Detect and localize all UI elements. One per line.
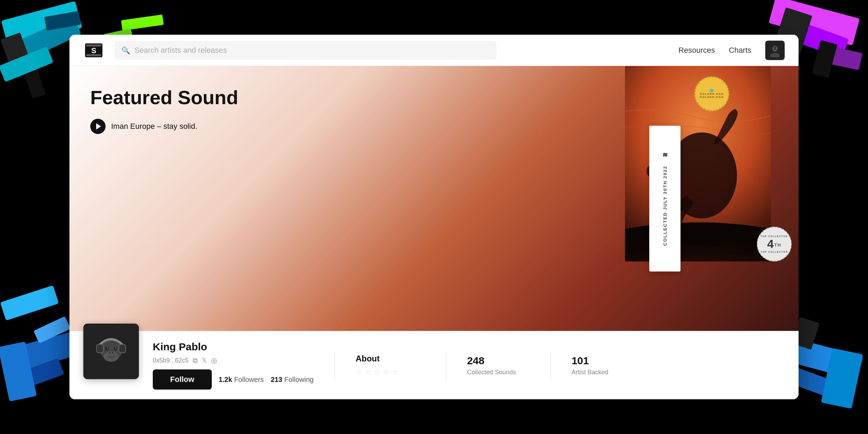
followers-count: 1.2k xyxy=(219,376,232,383)
play-button[interactable] xyxy=(90,119,106,134)
star-1: ☆ xyxy=(356,368,362,377)
svg-point-9 xyxy=(776,48,777,49)
search-bar[interactable]: 🔍 xyxy=(115,41,496,60)
followers-word: Followers xyxy=(234,376,264,383)
profile-bar: King Pablo 0x5b9...62c5 ⧉ 𝕏 ◎ Follow 1.2… xyxy=(69,331,799,399)
hero-text-area: Featured Sound Iman Europe – stay solid. xyxy=(69,66,259,331)
star-5: ☆ xyxy=(392,368,399,377)
vinyl-card-area: ≋ COLLECTED JULY 30TH 2022 xyxy=(649,66,681,331)
about-label: About xyxy=(356,354,425,364)
profile-info: King Pablo 0x5b9...62c5 ⧉ 𝕏 ◎ Follow 1.2… xyxy=(153,341,314,390)
followers-display: 1.2k Followers xyxy=(219,376,264,384)
play-row: Iman Europe – stay solid. xyxy=(90,119,238,134)
vinyl-card: ≋ COLLECTED JULY 30TH 2022 xyxy=(649,126,681,272)
collected-sounds-label: Collected Sounds xyxy=(467,369,529,376)
top-collector-badge: TOP COLLECTOR 4th TOP COLLECTOR xyxy=(757,227,792,261)
svg-point-23 xyxy=(115,348,116,349)
copy-icon[interactable]: ⧉ xyxy=(193,357,198,365)
svg-point-11 xyxy=(625,222,771,261)
svg-point-26 xyxy=(112,352,114,354)
collected-sounds-stat: 248 Collected Sounds xyxy=(467,355,529,376)
search-input[interactable] xyxy=(134,46,490,55)
following-word: Following xyxy=(284,376,314,383)
star-3: ☆ xyxy=(374,368,381,377)
instagram-icon[interactable]: ◎ xyxy=(211,356,217,365)
svg-rect-2 xyxy=(86,44,101,47)
resources-link[interactable]: Resources xyxy=(678,46,715,55)
artist-backed-label: Artist Backed xyxy=(571,369,634,376)
badge-globe-icon: 🌐 xyxy=(710,89,714,92)
main-window: S 🔍 Resources Charts xyxy=(69,35,799,399)
follow-button[interactable]: Follow xyxy=(153,369,212,390)
svg-rect-3 xyxy=(86,54,101,56)
collected-sounds-count: 248 xyxy=(467,355,529,367)
divider-2 xyxy=(446,351,446,379)
divider-3 xyxy=(550,351,551,379)
hero-section: Featured Sound Iman Europe – stay solid.… xyxy=(69,66,799,331)
about-stars: ☆ ☆ ☆ ☆ ☆ xyxy=(356,368,425,377)
svg-rect-19 xyxy=(119,344,126,353)
nav-links: Resources Charts xyxy=(678,41,785,60)
profile-about: About ☆ ☆ ☆ ☆ ☆ xyxy=(356,354,425,377)
collector-rank-number: 4th xyxy=(767,237,782,250)
svg-text:S: S xyxy=(91,46,97,55)
logo[interactable]: S xyxy=(83,42,104,59)
svg-rect-18 xyxy=(97,344,103,353)
profile-address-row: 0x5b9...62c5 ⧉ 𝕏 ◎ xyxy=(153,356,314,365)
vinyl-card-logo: ≋ xyxy=(662,151,668,159)
user-avatar-button[interactable] xyxy=(765,41,785,60)
golden-egg-badge: 🌐 GOLDEN EGG GOLDEN EGG xyxy=(694,76,729,111)
svg-point-8 xyxy=(773,48,774,49)
wallet-address: 0x5b9...62c5 xyxy=(153,357,189,364)
navbar: S 🔍 Resources Charts xyxy=(69,35,799,66)
featured-sound-title: Featured Sound xyxy=(90,87,238,108)
divider-1 xyxy=(334,351,335,379)
following-count: 213 xyxy=(271,376,282,383)
star-2: ☆ xyxy=(365,368,372,377)
profile-avatar xyxy=(83,324,139,379)
badge-bottom-text: GOLDEN EGG xyxy=(700,95,724,99)
star-4: ☆ xyxy=(383,368,390,377)
svg-point-22 xyxy=(107,348,108,349)
profile-follow-row: Follow 1.2k Followers 213 Following xyxy=(153,369,314,390)
artist-backed-stat: 101 Artist Backed xyxy=(571,355,634,376)
charts-link[interactable]: Charts xyxy=(729,46,751,55)
following-display: 213 Following xyxy=(271,376,314,384)
twitter-icon[interactable]: 𝕏 xyxy=(202,357,207,364)
search-icon: 🔍 xyxy=(122,46,130,55)
top-collector-label-bottom: TOP COLLECTOR xyxy=(760,251,788,253)
profile-name: King Pablo xyxy=(153,341,314,353)
golden-egg-badge-circle: 🌐 GOLDEN EGG GOLDEN EGG xyxy=(694,76,729,111)
vinyl-card-date: COLLECTED JULY 30TH 2022 xyxy=(662,166,668,246)
badge-top-text: GOLDEN EGG xyxy=(700,92,724,95)
svg-point-25 xyxy=(109,352,111,354)
track-name: Iman Europe – stay solid. xyxy=(111,122,197,131)
collector-badge-circle: TOP COLLECTOR 4th TOP COLLECTOR xyxy=(757,227,792,261)
artist-backed-count: 101 xyxy=(571,355,634,367)
